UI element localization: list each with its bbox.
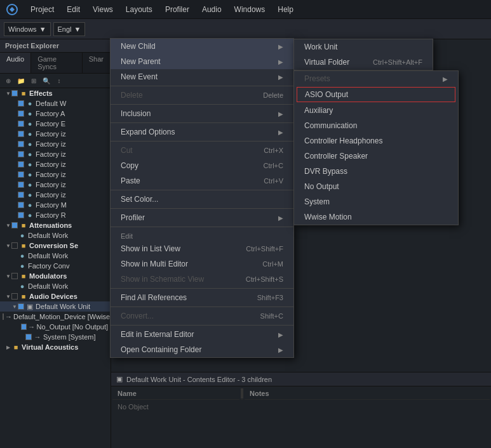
ctx-edit-external[interactable]: Edit in External Editor ▶ [111, 327, 293, 342]
ctx-item-label: Profiler [121, 213, 145, 222]
ctx-asio-output[interactable]: ASIO Output [297, 87, 455, 102]
ctx-item-label: Expand Options [121, 128, 175, 136]
ctx-separator [111, 86, 293, 86]
ctx-separator [111, 306, 293, 307]
submenu-new-child: Work Unit Virtual Folder Ctrl+Shift+Alt+… [293, 39, 433, 70]
ctx-item-label: Edit in External Editor [121, 330, 194, 339]
ctx-show-list[interactable]: Show in List View Ctrl+Shift+F [111, 241, 293, 256]
ctx-open-folder[interactable]: Open Containing Folder ▶ [111, 342, 293, 357]
submenu-new-parent: Presets ▶ ASIO Output Auxiliary Communic… [293, 70, 459, 225]
submenu-arrow-icon: ▶ [278, 346, 283, 353]
submenu-arrow-icon: ▶ [278, 331, 283, 338]
ctx-item-label: Work Unit [304, 43, 337, 51]
ctx-item-label: New Event [121, 72, 158, 81]
ctx-separator [111, 141, 293, 142]
ctx-shortcut: Ctrl+Shift+Alt+F [373, 58, 422, 66]
ctx-system[interactable]: System [294, 194, 458, 209]
submenu-arrow-icon: ▶ [278, 58, 283, 65]
ctx-item-label: System [304, 197, 330, 206]
ctx-item-label: Paste [121, 176, 140, 185]
ctx-presets[interactable]: Presets ▶ [294, 71, 458, 86]
ctx-shortcut: Shift+F3 [257, 294, 283, 301]
ctx-shortcut: Shift+C [260, 312, 283, 320]
ctx-wwise-motion[interactable]: Wwise Motion [294, 209, 458, 225]
ctx-shortcut: Ctrl+X [264, 147, 283, 154]
ctx-paste[interactable]: Paste Ctrl+V [111, 173, 293, 188]
ctx-item-label: Auxiliary [304, 106, 333, 115]
ctx-delete[interactable]: Delete Delete [111, 88, 293, 103]
context-menu: New Child ▶ Work Unit Virtual Folder Ctr… [110, 38, 294, 358]
ctx-item-label: Open Containing Folder [121, 345, 201, 354]
submenu-arrow-icon: ▶ [278, 43, 283, 50]
ctx-separator [111, 227, 293, 227]
ctx-shortcut-delete: Delete [263, 91, 283, 99]
ctx-item-label: Set Color... [121, 195, 158, 204]
ctx-item-label: Cut [121, 146, 133, 155]
ctx-item-label: Convert... [121, 312, 154, 320]
ctx-set-color[interactable]: Set Color... [111, 192, 293, 207]
submenu-arrow-icon: ▶ [278, 110, 283, 117]
ctx-work-unit[interactable]: Work Unit [294, 39, 433, 55]
submenu-arrow-icon: ▶ [278, 214, 283, 221]
ctx-separator [111, 208, 293, 209]
ctx-controller-speaker[interactable]: Controller Speaker [294, 148, 458, 164]
ctx-item-label: Virtual Folder [304, 58, 349, 67]
ctx-shortcut: Ctrl+M [262, 260, 283, 268]
ctx-shortcut: Ctrl+Shift+S [246, 275, 283, 283]
ctx-item-label: Show in Schematic View [121, 275, 204, 284]
submenu-arrow-icon: ▶ [278, 129, 283, 136]
ctx-separator [111, 122, 293, 123]
ctx-dvr-bypass[interactable]: DVR Bypass [294, 164, 458, 179]
ctx-item-label: Presets [304, 74, 330, 83]
ctx-convert[interactable]: Convert... Shift+C [111, 308, 293, 324]
ctx-item-label: New Parent [121, 57, 161, 66]
ctx-item-label: Show in List View [121, 244, 180, 253]
ctx-controller-headphones[interactable]: Controller Headphones [294, 133, 458, 148]
ctx-expand-options[interactable]: Expand Options ▶ [111, 124, 293, 140]
ctx-new-parent[interactable]: New Parent ▶ Presets ▶ ASIO Output Auxil… [111, 54, 293, 69]
ctx-profiler[interactable]: Profiler ▶ [111, 210, 293, 225]
ctx-shortcut: Ctrl+C [264, 162, 283, 169]
ctx-show-schematic[interactable]: Show in Schematic View Ctrl+Shift+S [111, 272, 293, 287]
submenu-arrow-icon: ▶ [278, 74, 283, 81]
ctx-separator [111, 325, 293, 326]
ctx-item-label: Controller Headphones [304, 136, 382, 145]
ctx-new-event[interactable]: New Event ▶ [111, 69, 293, 84]
ctx-show-multi[interactable]: Show in Multi Editor Ctrl+M [111, 256, 293, 272]
ctx-item-label: DVR Bypass [304, 167, 347, 176]
ctx-shortcut: Ctrl+Shift+F [246, 245, 283, 253]
ctx-item-label: ASIO Output [305, 90, 348, 99]
ctx-item-label: Show in Multi Editor [121, 260, 188, 268]
ctx-section-label: Edit [121, 232, 133, 240]
ctx-copy[interactable]: Copy Ctrl+C [111, 158, 293, 173]
ctx-inclusion[interactable]: Inclusion ▶ [111, 106, 293, 121]
ctx-item-label: Wwise Motion [304, 213, 352, 221]
ctx-cut[interactable]: Cut Ctrl+X [111, 143, 293, 158]
ctx-item-label: Communication [304, 121, 357, 130]
ctx-item-label: No Output [304, 182, 339, 191]
ctx-no-output[interactable]: No Output [294, 179, 458, 194]
ctx-shortcut: Ctrl+V [264, 177, 283, 185]
ctx-item-label: Find All References [121, 293, 187, 302]
ctx-item-label: Controller Speaker [304, 152, 368, 161]
submenu-arrow-icon: ▶ [443, 76, 448, 82]
ctx-item-label: Copy [121, 161, 138, 170]
ctx-separator [111, 288, 293, 289]
ctx-virtual-folder[interactable]: Virtual Folder Ctrl+Shift+Alt+F [294, 55, 433, 70]
ctx-item-label: New Child [121, 42, 156, 51]
ctx-find-references[interactable]: Find All References Shift+F3 [111, 290, 293, 305]
ctx-new-child[interactable]: New Child ▶ Work Unit Virtual Folder Ctr… [111, 39, 293, 54]
ctx-communication[interactable]: Communication [294, 118, 458, 133]
ctx-separator [111, 104, 293, 105]
ctx-edit-header: Edit [111, 228, 293, 241]
ctx-item-label: Delete [121, 91, 143, 100]
ctx-auxiliary[interactable]: Auxiliary [294, 103, 458, 118]
context-menu-overlay[interactable]: New Child ▶ Work Unit Virtual Folder Ctr… [0, 0, 491, 448]
ctx-item-label: Inclusion [121, 109, 151, 118]
ctx-separator [111, 190, 293, 190]
